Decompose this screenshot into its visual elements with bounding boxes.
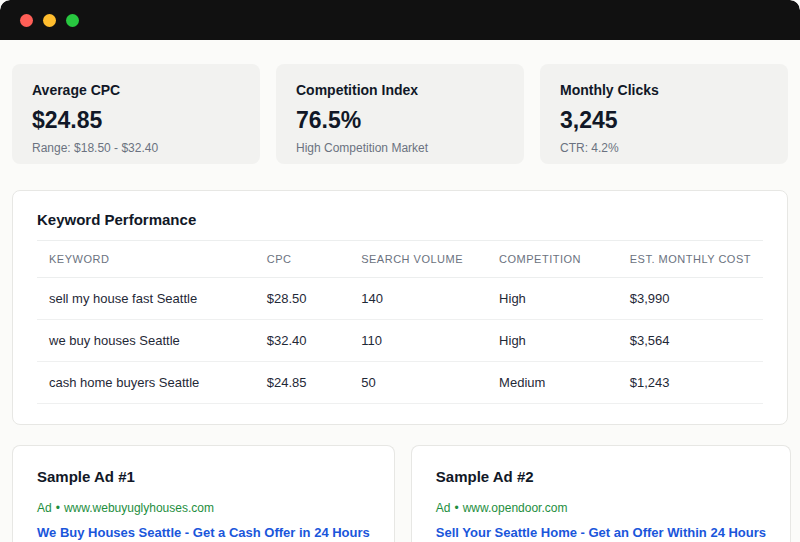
stat-subtext: CTR: 4.2% (560, 141, 768, 155)
ad-headline-link[interactable]: Sell Your Seattle Home - Get an Offer Wi… (436, 525, 766, 540)
ad-label: Ad (37, 501, 52, 515)
window-titlebar (0, 0, 800, 40)
cell-cpc: $32.40 (255, 320, 349, 362)
cell-competition: High (487, 278, 618, 320)
cell-cpc: $24.85 (255, 362, 349, 404)
column-header-keyword: Keyword (37, 241, 255, 278)
stats-row: Average CPC $24.85 Range: $18.50 - $32.4… (12, 64, 788, 164)
stat-value: 76.5% (296, 107, 504, 134)
stat-subtext: High Competition Market (296, 141, 504, 155)
keyword-table: Keyword CPC Search Volume Competition Es… (37, 240, 763, 404)
cell-search-volume: 110 (349, 320, 487, 362)
cell-keyword: cash home buyers Seattle (37, 362, 255, 404)
ad-separator: • (454, 501, 458, 515)
stat-label: Monthly Clicks (560, 82, 768, 98)
ad-card-title: Sample Ad #2 (436, 468, 766, 485)
cell-est-monthly-cost: $1,243 (618, 362, 763, 404)
zoom-window-button[interactable] (66, 14, 79, 27)
stat-card-monthly-clicks: Monthly Clicks 3,245 CTR: 4.2% (540, 64, 788, 164)
cell-competition: High (487, 320, 618, 362)
sample-ads-row: Sample Ad #1 Ad•www.webuyuglyhouses.com … (12, 445, 788, 542)
ad-headline-link[interactable]: We Buy Houses Seattle - Get a Cash Offer… (37, 525, 370, 540)
ad-url: www.webuyuglyhouses.com (64, 501, 214, 515)
ad-source-line: Ad•www.opendoor.com (436, 501, 766, 515)
table-row: cash home buyers Seattle $24.85 50 Mediu… (37, 362, 763, 404)
stat-card-competition-index: Competition Index 76.5% High Competition… (276, 64, 524, 164)
app-window: Average CPC $24.85 Range: $18.50 - $32.4… (0, 0, 800, 542)
minimize-window-button[interactable] (43, 14, 56, 27)
cell-search-volume: 140 (349, 278, 487, 320)
cell-keyword: we buy houses Seattle (37, 320, 255, 362)
ad-source-line: Ad•www.webuyuglyhouses.com (37, 501, 370, 515)
column-header-competition: Competition (487, 241, 618, 278)
keyword-performance-panel: Keyword Performance Keyword CPC Search V… (12, 190, 788, 425)
ad-card-title: Sample Ad #1 (37, 468, 370, 485)
panel-title: Keyword Performance (37, 211, 763, 228)
sample-ad-card-2: Sample Ad #2 Ad•www.opendoor.com Sell Yo… (411, 445, 791, 542)
stat-subtext: Range: $18.50 - $32.40 (32, 141, 240, 155)
ad-separator: • (56, 501, 60, 515)
column-header-cpc: CPC (255, 241, 349, 278)
column-header-search-volume: Search Volume (349, 241, 487, 278)
stat-label: Average CPC (32, 82, 240, 98)
table-header-row: Keyword CPC Search Volume Competition Es… (37, 241, 763, 278)
column-header-est-monthly-cost: Est. Monthly Cost (618, 241, 763, 278)
cell-keyword: sell my house fast Seattle (37, 278, 255, 320)
table-row: we buy houses Seattle $32.40 110 High $3… (37, 320, 763, 362)
stat-value: 3,245 (560, 107, 768, 134)
close-window-button[interactable] (20, 14, 33, 27)
table-row: sell my house fast Seattle $28.50 140 Hi… (37, 278, 763, 320)
stat-value: $24.85 (32, 107, 240, 134)
ad-url: www.opendoor.com (463, 501, 568, 515)
cell-competition: Medium (487, 362, 618, 404)
stat-card-average-cpc: Average CPC $24.85 Range: $18.50 - $32.4… (12, 64, 260, 164)
cell-est-monthly-cost: $3,990 (618, 278, 763, 320)
cell-search-volume: 50 (349, 362, 487, 404)
cell-est-monthly-cost: $3,564 (618, 320, 763, 362)
sample-ad-card-1: Sample Ad #1 Ad•www.webuyuglyhouses.com … (12, 445, 395, 542)
stat-label: Competition Index (296, 82, 504, 98)
ad-label: Ad (436, 501, 451, 515)
cell-cpc: $28.50 (255, 278, 349, 320)
